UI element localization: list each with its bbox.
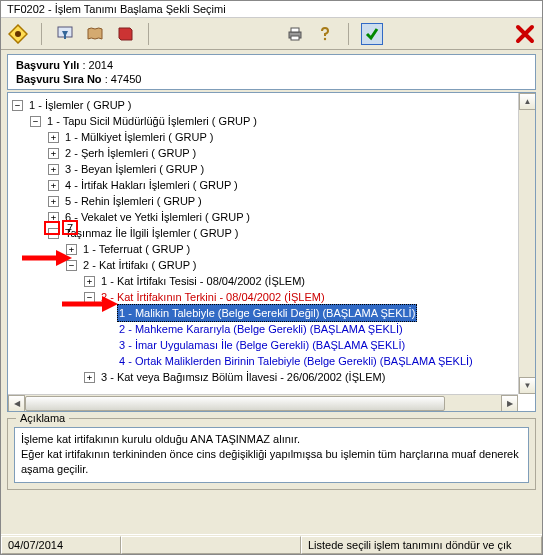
description-text: İşleme kat irtifakının kurulu olduğu ANA… bbox=[14, 427, 529, 483]
scroll-right-button[interactable]: ▶ bbox=[501, 395, 518, 412]
collapse-icon[interactable]: − bbox=[12, 100, 23, 111]
status-hint: Listede seçili işlem tanımını döndür ve … bbox=[301, 536, 542, 554]
description-line1: İşleme kat irtifakının kurulu olduğu ANA… bbox=[21, 432, 522, 447]
tree-node[interactable]: − Taşınmaz İle İlgili İşlemler ( GRUP ) bbox=[12, 225, 531, 241]
expand-icon[interactable]: + bbox=[48, 164, 59, 175]
tree-node-label[interactable]: 2 - Kat İrtifakının Terkini - 08/04/2002… bbox=[99, 289, 327, 305]
tree-node-label[interactable]: 1 - Teferruat ( GRUP ) bbox=[81, 241, 192, 257]
collapse-icon[interactable]: − bbox=[84, 292, 95, 303]
tree-node-label[interactable]: 4 - Ortak Maliklerden Birinin Talebiyle … bbox=[117, 353, 475, 369]
svg-rect-6 bbox=[291, 36, 299, 40]
tree-node[interactable]: +1 - Kat İrtifakı Tesisi - 08/04/2002 (İ… bbox=[12, 273, 531, 289]
horizontal-scrollbar[interactable]: ◀ ▶ bbox=[8, 394, 518, 411]
scroll-up-button[interactable]: ▲ bbox=[519, 93, 536, 110]
tree-node-label[interactable]: 1 - Mülkiyet İşlemleri ( GRUP ) bbox=[63, 129, 215, 145]
tree-node-label[interactable]: 3 - İmar Uygulaması İle (Belge Gerekli) … bbox=[117, 337, 407, 353]
tree-node-label[interactable]: 1 - Tapu Sicil Müdürlüğü İşlemleri ( GRU… bbox=[45, 113, 259, 129]
tree-node[interactable]: +5 - Rehin İşlemleri ( GRUP ) bbox=[12, 193, 531, 209]
filter-icon[interactable] bbox=[54, 23, 76, 45]
tree-node[interactable]: +3 - Kat veya Bağımsız Bölüm İlavesi - 2… bbox=[12, 369, 531, 385]
tree-node[interactable]: −2 - Kat İrtifakının Terkini - 08/04/200… bbox=[12, 289, 531, 305]
tree-node[interactable]: +6 - Vekalet ve Yetki İşlemleri ( GRUP ) bbox=[12, 209, 531, 225]
expand-icon[interactable]: + bbox=[48, 196, 59, 207]
expand-icon[interactable]: + bbox=[66, 244, 77, 255]
tree-leaf-spacer bbox=[102, 308, 113, 319]
tree-node[interactable]: −1 - İşlemler ( GRUP ) bbox=[12, 97, 531, 113]
tree-node[interactable]: 2 - Mahkeme Kararıyla (Belge Gerekli) (B… bbox=[12, 321, 531, 337]
tree-leaf-spacer bbox=[102, 340, 113, 351]
toolbar-separator bbox=[348, 23, 349, 45]
expand-icon[interactable]: + bbox=[84, 276, 95, 287]
status-empty bbox=[121, 536, 301, 554]
description-legend: Açıklama bbox=[16, 412, 69, 424]
collapse-icon[interactable]: − bbox=[30, 116, 41, 127]
description-line2: Eğer kat irtifakının terkininden önce ci… bbox=[21, 447, 522, 477]
confirm-icon[interactable] bbox=[361, 23, 383, 45]
expand-icon[interactable]: + bbox=[48, 212, 59, 223]
tree-node[interactable]: +2 - Şerh İşlemleri ( GRUP ) bbox=[12, 145, 531, 161]
collapse-icon[interactable]: − bbox=[48, 228, 59, 239]
window-title: TF0202 - İşlem Tanımı Başlama Şekli Seçi… bbox=[1, 1, 542, 18]
tree-node[interactable]: −2 - Kat İrtifakı ( GRUP ) bbox=[12, 257, 531, 273]
info-panel: Başvuru Yılı : 2014 Başvuru Sıra No : 47… bbox=[7, 54, 536, 90]
collapse-icon[interactable]: − bbox=[66, 260, 77, 271]
svg-rect-5 bbox=[291, 28, 299, 32]
vertical-scrollbar[interactable]: ▲ ▼ bbox=[518, 93, 535, 394]
toolbar bbox=[1, 18, 542, 50]
tree-node-label[interactable]: 1 - İşlemler ( GRUP ) bbox=[27, 97, 133, 113]
year-label: Başvuru Yılı bbox=[16, 59, 79, 71]
tree-node-label[interactable]: 1 - Kat İrtifakı Tesisi - 08/04/2002 (İŞ… bbox=[99, 273, 307, 289]
book-red-icon[interactable] bbox=[114, 23, 136, 45]
description-group: Açıklama İşleme kat irtifakının kurulu o… bbox=[7, 418, 536, 490]
tree-leaf-spacer bbox=[102, 324, 113, 335]
app-icon[interactable] bbox=[7, 23, 29, 45]
tree-node-label[interactable]: 1 - Malikin Talebiyle (Belge Gerekli Değ… bbox=[117, 304, 417, 322]
tree-view[interactable]: −1 - İşlemler ( GRUP )−1 - Tapu Sicil Mü… bbox=[7, 92, 536, 412]
status-date: 04/07/2014 bbox=[1, 536, 121, 554]
tree-node[interactable]: +3 - Beyan İşlemleri ( GRUP ) bbox=[12, 161, 531, 177]
scroll-left-button[interactable]: ◀ bbox=[8, 395, 25, 412]
tree-node[interactable]: 1 - Malikin Talebiyle (Belge Gerekli Değ… bbox=[12, 305, 531, 321]
expand-icon[interactable]: + bbox=[48, 132, 59, 143]
tree-node[interactable]: +1 - Mülkiyet İşlemleri ( GRUP ) bbox=[12, 129, 531, 145]
tree-node[interactable]: 3 - İmar Uygulaması İle (Belge Gerekli) … bbox=[12, 337, 531, 353]
tree-node-label[interactable]: 6 - Vekalet ve Yetki İşlemleri ( GRUP ) bbox=[63, 209, 252, 225]
tree-node-label[interactable]: 5 - Rehin İşlemleri ( GRUP ) bbox=[63, 193, 204, 209]
tree-node-label[interactable]: 2 - Kat İrtifakı ( GRUP ) bbox=[81, 257, 199, 273]
tree-leaf-spacer bbox=[102, 356, 113, 367]
scroll-thumb[interactable] bbox=[25, 396, 445, 411]
toolbar-separator bbox=[148, 23, 149, 45]
book-open-icon[interactable] bbox=[84, 23, 106, 45]
tree-node-label[interactable]: 3 - Kat veya Bağımsız Bölüm İlavesi - 26… bbox=[99, 369, 387, 385]
toolbar-separator bbox=[41, 23, 42, 45]
tree-node-label[interactable]: 3 - Beyan İşlemleri ( GRUP ) bbox=[63, 161, 206, 177]
year-value: 2014 bbox=[89, 59, 113, 71]
expand-icon[interactable]: + bbox=[48, 180, 59, 191]
tree-node-label[interactable]: 2 - Mahkeme Kararıyla (Belge Gerekli) (B… bbox=[117, 321, 405, 337]
seq-value: 47450 bbox=[111, 73, 142, 85]
tree-node[interactable]: −1 - Tapu Sicil Müdürlüğü İşlemleri ( GR… bbox=[12, 113, 531, 129]
expand-icon[interactable]: + bbox=[48, 148, 59, 159]
tree-node-label[interactable]: Taşınmaz İle İlgili İşlemler ( GRUP ) bbox=[63, 225, 240, 241]
svg-point-1 bbox=[15, 31, 21, 37]
tree-node[interactable]: +1 - Teferruat ( GRUP ) bbox=[12, 241, 531, 257]
seq-label: Başvuru Sıra No bbox=[16, 73, 102, 85]
tree-node-label[interactable]: 4 - İrtifak Hakları İşlemleri ( GRUP ) bbox=[63, 177, 240, 193]
close-icon[interactable] bbox=[514, 23, 536, 45]
status-bar: 04/07/2014 Listede seçili işlem tanımını… bbox=[1, 534, 542, 554]
tree-node-label[interactable]: 2 - Şerh İşlemleri ( GRUP ) bbox=[63, 145, 198, 161]
help-icon[interactable] bbox=[314, 23, 336, 45]
expand-icon[interactable]: + bbox=[84, 372, 95, 383]
tree-node[interactable]: +4 - İrtifak Hakları İşlemleri ( GRUP ) bbox=[12, 177, 531, 193]
tree-node[interactable]: 4 - Ortak Maliklerden Birinin Talebiyle … bbox=[12, 353, 531, 369]
print-icon[interactable] bbox=[284, 23, 306, 45]
scroll-down-button[interactable]: ▼ bbox=[519, 377, 536, 394]
svg-point-7 bbox=[324, 37, 326, 39]
